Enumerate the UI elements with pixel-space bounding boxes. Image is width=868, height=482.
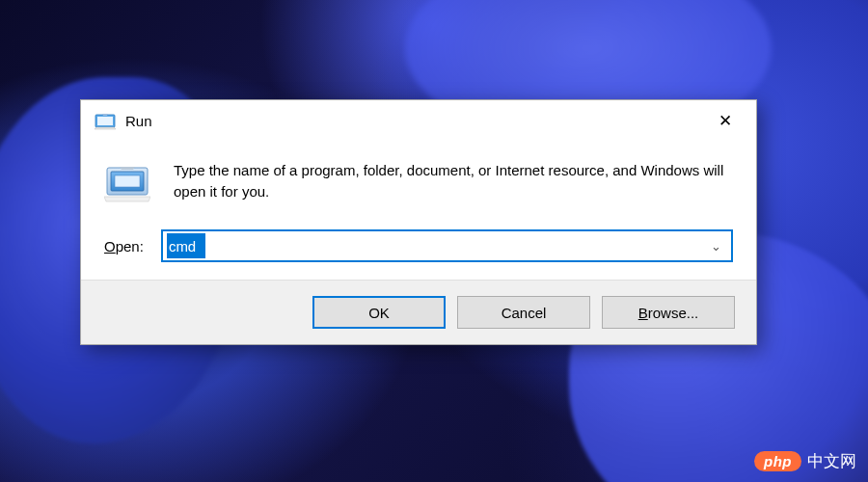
watermark-text: 中文网 xyxy=(807,450,856,472)
dialog-title: Run xyxy=(125,113,152,129)
open-input[interactable] xyxy=(167,233,205,258)
chevron-down-icon: ⌄ xyxy=(711,239,721,254)
ok-button[interactable]: OK xyxy=(312,296,446,329)
dialog-content: Type the name of a program, folder, docu… xyxy=(81,141,756,280)
close-icon: ✕ xyxy=(719,111,732,131)
titlebar[interactable]: Run ✕ xyxy=(81,100,756,141)
cancel-button[interactable]: Cancel xyxy=(457,296,590,329)
button-bar: OK Cancel Browse... xyxy=(81,280,756,344)
open-combobox[interactable]: ⌄ xyxy=(161,229,733,262)
run-dialog: Run ✕ xyxy=(80,99,757,345)
watermark-badge: php xyxy=(754,451,801,471)
close-button[interactable]: ✕ xyxy=(698,102,752,139)
run-title-icon xyxy=(95,111,116,130)
svg-rect-1 xyxy=(97,117,113,125)
svg-rect-4 xyxy=(115,175,140,187)
open-label: Open: xyxy=(104,238,144,254)
browse-button[interactable]: Browse... xyxy=(602,296,735,329)
run-app-icon xyxy=(104,162,150,202)
dialog-description: Type the name of a program, folder, docu… xyxy=(174,160,733,202)
watermark: php 中文网 xyxy=(754,450,856,472)
